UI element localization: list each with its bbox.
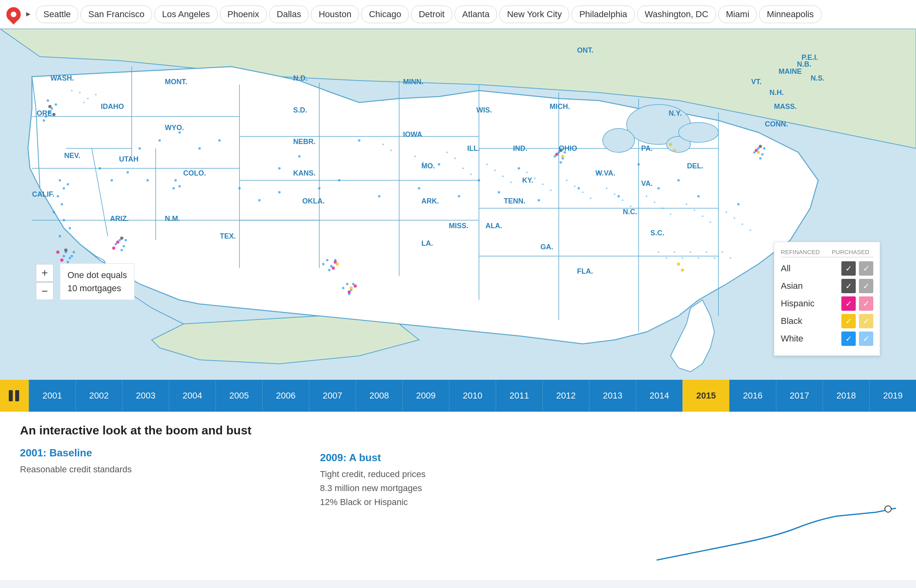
- bottom-info-panel: An interactive look at the boom and bust…: [0, 412, 916, 580]
- svg-point-105: [127, 171, 129, 174]
- zoom-out-button[interactable]: −: [36, 282, 53, 300]
- all-purchased-checkbox[interactable]: ✓: [859, 261, 873, 276]
- hispanic-refinanced-checkbox[interactable]: ✓: [841, 296, 856, 311]
- svg-point-103: [99, 167, 101, 170]
- svg-point-135: [83, 102, 85, 103]
- svg-point-141: [454, 158, 456, 159]
- year-btn-2014[interactable]: 2014: [636, 380, 683, 412]
- svg-point-115: [555, 153, 558, 156]
- svg-point-91: [498, 191, 500, 193]
- svg-point-149: [534, 178, 536, 179]
- all-refinanced-checkbox[interactable]: ✓: [841, 261, 856, 276]
- trend-chart: [657, 488, 896, 568]
- svg-point-171: [750, 229, 751, 231]
- hispanic-purchased-checkbox[interactable]: ✓: [859, 296, 873, 311]
- year-btn-2007[interactable]: 2007: [309, 380, 356, 412]
- svg-point-127: [677, 262, 680, 266]
- white-purchased-checkbox[interactable]: ✓: [859, 331, 873, 346]
- svg-point-93: [578, 187, 580, 189]
- year-btn-2017[interactable]: 2017: [776, 380, 823, 412]
- svg-point-120: [120, 237, 123, 240]
- svg-point-61: [342, 287, 344, 289]
- svg-point-169: [734, 217, 735, 219]
- city-btn-miami[interactable]: Miami: [718, 6, 757, 23]
- city-btn-philadelphia[interactable]: Philadelphia: [572, 6, 635, 23]
- svg-point-70: [761, 153, 764, 156]
- svg-point-157: [614, 193, 615, 195]
- year-btn-2018[interactable]: 2018: [823, 380, 869, 412]
- svg-point-53: [172, 187, 175, 189]
- svg-point-49: [125, 239, 127, 241]
- svg-point-56: [322, 263, 324, 265]
- year-btn-2006[interactable]: 2006: [262, 380, 309, 412]
- year-btn-2002[interactable]: 2002: [75, 380, 122, 412]
- svg-point-147: [510, 182, 512, 183]
- svg-point-117: [48, 105, 51, 108]
- svg-point-30: [43, 119, 45, 122]
- svg-point-22: [603, 128, 635, 152]
- svg-point-178: [706, 251, 707, 253]
- legend-row-all: All ✓ ✓: [781, 261, 873, 276]
- svg-point-94: [617, 195, 620, 197]
- city-btn-houston[interactable]: Houston: [311, 6, 359, 23]
- svg-point-88: [378, 195, 380, 197]
- main-title: An interactive look at the boom and bust: [20, 424, 296, 437]
- svg-point-80: [597, 171, 600, 174]
- svg-point-77: [438, 163, 440, 166]
- svg-point-121: [559, 149, 562, 152]
- city-btn-washington,-dc[interactable]: Washington, DC: [637, 6, 716, 23]
- svg-point-124: [350, 286, 353, 290]
- city-btn-los-angeles[interactable]: Los Angeles: [154, 6, 218, 23]
- svg-point-104: [111, 179, 113, 182]
- city-btn-phoenix[interactable]: Phoenix: [220, 6, 267, 23]
- svg-point-166: [702, 215, 703, 217]
- svg-point-73: [759, 157, 762, 160]
- svg-point-118: [52, 113, 55, 116]
- asian-refinanced-checkbox[interactable]: ✓: [841, 279, 856, 293]
- nav-arrow-right[interactable]: ►: [23, 10, 34, 18]
- year-btn-2009[interactable]: 2009: [402, 380, 449, 412]
- zoom-controls: + −: [36, 264, 53, 300]
- svg-point-108: [60, 258, 63, 262]
- svg-point-129: [669, 143, 672, 146]
- city-btn-chicago[interactable]: Chicago: [361, 6, 409, 23]
- city-btn-detroit[interactable]: Detroit: [411, 6, 452, 23]
- year-btn-2010[interactable]: 2010: [449, 380, 496, 412]
- year-btn-2001[interactable]: 2001: [29, 380, 75, 412]
- svg-point-114: [348, 290, 351, 294]
- year-btn-2003[interactable]: 2003: [122, 380, 169, 412]
- year-btn-2005[interactable]: 2005: [216, 380, 262, 412]
- year-btn-2008[interactable]: 2008: [356, 380, 402, 412]
- svg-point-179: [714, 257, 715, 259]
- city-btn-atlanta[interactable]: Atlanta: [455, 6, 497, 23]
- svg-point-66: [554, 155, 556, 158]
- city-btn-san-francisco[interactable]: San Francisco: [81, 6, 152, 23]
- year-btn-2013[interactable]: 2013: [589, 380, 636, 412]
- svg-point-100: [198, 147, 201, 150]
- black-refinanced-checkbox[interactable]: ✓: [841, 314, 856, 328]
- city-btn-new-york-city[interactable]: New York City: [499, 6, 569, 23]
- city-btn-seattle[interactable]: Seattle: [36, 6, 79, 23]
- black-purchased-checkbox[interactable]: ✓: [859, 314, 873, 328]
- legend-label-black: Black: [781, 316, 838, 326]
- year-btn-2015[interactable]: 2015: [683, 380, 729, 412]
- svg-point-45: [63, 255, 65, 257]
- city-btn-dallas[interactable]: Dallas: [269, 6, 309, 23]
- year-btn-2011[interactable]: 2011: [496, 380, 542, 412]
- year-btn-2019[interactable]: 2019: [869, 380, 916, 412]
- svg-point-64: [558, 151, 560, 154]
- year-btn-2004[interactable]: 2004: [169, 380, 216, 412]
- svg-point-130: [673, 149, 676, 152]
- zoom-in-button[interactable]: +: [36, 264, 53, 282]
- year-btn-2016[interactable]: 2016: [729, 380, 776, 412]
- svg-point-133: [95, 94, 97, 95]
- pause-play-button[interactable]: [0, 380, 29, 412]
- year-btn-2012[interactable]: 2012: [542, 380, 589, 412]
- svg-point-128: [681, 268, 684, 272]
- white-refinanced-checkbox[interactable]: ✓: [841, 331, 856, 346]
- svg-point-154: [582, 191, 584, 193]
- svg-point-90: [458, 195, 460, 197]
- us-map-container: WASH. ORE. CALIF. NEV. IDAHO UTAH ARIZ. …: [0, 29, 916, 380]
- city-btn-minneapolis[interactable]: Minneapolis: [759, 6, 821, 23]
- asian-purchased-checkbox[interactable]: ✓: [859, 279, 873, 293]
